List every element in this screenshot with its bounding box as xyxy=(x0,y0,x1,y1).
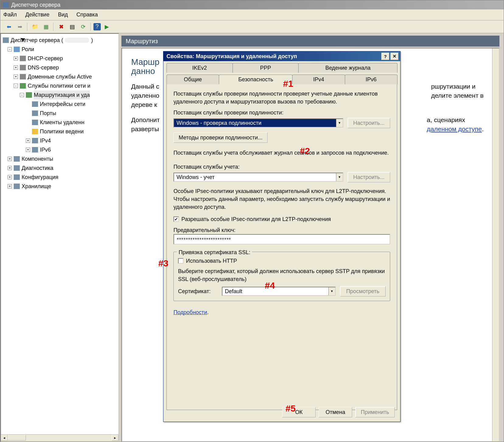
expand-toggle[interactable]: + xyxy=(8,184,12,188)
tree-item-label: Диагностика xyxy=(22,163,53,173)
view-cert-button[interactable]: Просмотреть xyxy=(340,286,386,296)
ipsec-policy-checkbox[interactable]: ✔ xyxy=(173,216,179,222)
tree-item[interactable]: +DHCP-сервер xyxy=(14,54,118,63)
tree-item-label: Интерфейсы сети xyxy=(40,100,85,109)
chevron-down-icon[interactable]: ▼ xyxy=(328,287,335,295)
tree-horizontal-scrollbar[interactable]: ◄ ► xyxy=(1,434,118,441)
auth-configure-button[interactable]: Настроить... xyxy=(348,118,390,128)
app-icon xyxy=(3,2,9,8)
tab-logging[interactable]: Ведение журнала xyxy=(298,63,397,73)
scroll-thumb[interactable] xyxy=(8,435,26,440)
preshared-key-input[interactable] xyxy=(173,234,390,244)
acct-provider-combo[interactable]: Windows - учет ▼ xyxy=(173,173,343,182)
ok-button[interactable]: ОК xyxy=(282,407,316,417)
comp-icon xyxy=(32,138,38,143)
tree-item[interactable]: -Маршрутизация и уда xyxy=(20,90,118,100)
tree-item[interactable]: -Службы политики сети и xyxy=(14,81,118,90)
psk-label: Предварительный ключ: xyxy=(173,226,390,234)
expand-toggle[interactable]: + xyxy=(8,157,12,161)
tree-item[interactable]: +Хранилище xyxy=(8,182,118,191)
tab-ppp[interactable]: PPP xyxy=(233,63,299,73)
tree-item[interactable]: -Роли xyxy=(8,45,118,54)
tree-item-label: Конфигурация xyxy=(22,173,58,182)
tree-item[interactable]: Порты xyxy=(26,109,118,118)
tree-item[interactable]: +IPv6 xyxy=(26,145,118,154)
scroll-right-arrow[interactable]: ► xyxy=(112,435,118,441)
expand-toggle[interactable]: - xyxy=(20,93,24,97)
chevron-down-icon[interactable]: ▼ xyxy=(336,173,343,181)
refresh-button[interactable]: ⟳ xyxy=(78,22,88,32)
tree-pane: Диспетчер сервера ( ) -Роли+DHCP-сервер+… xyxy=(0,33,119,442)
help-button[interactable]: ? xyxy=(381,53,389,60)
tree-item[interactable]: +Конфигурация xyxy=(8,173,118,182)
menu-view[interactable]: Вид xyxy=(58,12,68,18)
comp-icon xyxy=(32,147,38,153)
apply-button[interactable]: Применить xyxy=(355,407,395,417)
comp-icon xyxy=(32,120,38,125)
tab-ikev2[interactable]: IKEv2 xyxy=(166,63,233,73)
help-button[interactable]: ? xyxy=(93,23,101,30)
close-button[interactable]: ✕ xyxy=(390,53,398,60)
expand-toggle[interactable]: + xyxy=(26,139,30,143)
delete-button[interactable]: ✖ xyxy=(56,22,66,32)
expand-toggle[interactable]: + xyxy=(14,56,18,61)
expand-toggle[interactable]: - xyxy=(8,47,12,51)
tree-item-label: Клиенты удаленн xyxy=(40,118,85,127)
tree-item-label: Службы политики сети и xyxy=(28,81,90,90)
expand-toggle[interactable]: - xyxy=(14,84,18,88)
server-icon xyxy=(20,65,26,70)
scroll-left-arrow[interactable]: ◄ xyxy=(1,435,8,441)
tab-general[interactable]: Общие xyxy=(166,75,219,84)
run-button[interactable]: ▶ xyxy=(102,22,112,32)
tree-item[interactable]: Интерфейсы сети xyxy=(26,100,118,109)
auth-provider-value: Windows - проверка подлинности xyxy=(174,119,336,127)
comp-icon xyxy=(32,111,38,116)
cancel-button[interactable]: Отмена xyxy=(319,407,352,417)
properties-button[interactable]: ▤ xyxy=(67,22,77,32)
tab-security[interactable]: Безопасность xyxy=(219,75,292,84)
expand-toggle[interactable]: + xyxy=(14,75,18,79)
main-header: Маршрутиз xyxy=(121,36,499,47)
ipsec-description: Особые IPsec-политики указывают предвари… xyxy=(173,187,390,211)
expand-toggle[interactable]: + xyxy=(8,175,12,179)
tree-item[interactable]: +Диагностика xyxy=(8,163,118,173)
tab-ipv6[interactable]: IPv6 xyxy=(345,75,397,84)
tree-item[interactable]: +Доменные службы Active xyxy=(14,72,118,81)
up-button[interactable]: 📁 xyxy=(30,22,40,32)
show-hide-button[interactable]: ▦ xyxy=(41,22,51,32)
tree-item[interactable]: +Компоненты xyxy=(8,154,118,163)
certificate-combo[interactable]: Default ▼ xyxy=(222,287,336,296)
tree: Диспетчер сервера ( ) -Роли+DHCP-сервер+… xyxy=(1,34,118,193)
nav-back-button[interactable]: ⬅ xyxy=(4,22,14,32)
server-icon xyxy=(3,37,9,43)
tree-item[interactable]: Клиенты удаленн xyxy=(26,118,118,127)
tree-item-label: Маршрутизация и уда xyxy=(34,90,90,100)
folder-icon xyxy=(32,129,38,134)
expand-toggle[interactable]: + xyxy=(8,166,12,170)
chevron-down-icon[interactable]: ▼ xyxy=(336,119,343,127)
nav-forward-button[interactable]: ➡ xyxy=(15,22,25,32)
menu-help[interactable]: Справка xyxy=(76,12,98,18)
tree-item[interactable]: Политики ведени xyxy=(26,127,118,136)
details-link[interactable]: Подробности xyxy=(173,309,207,315)
toolbar-separator xyxy=(27,23,28,31)
expand-toggle[interactable]: + xyxy=(14,65,18,70)
remote-access-link[interactable]: даленном доступе xyxy=(427,125,482,132)
tab-body-security: Поставщик службы проверки подлинности пр… xyxy=(166,84,397,410)
acct-provider-value: Windows - учет xyxy=(174,173,336,181)
auth-methods-button[interactable]: Методы проверки подлинности... xyxy=(173,132,268,143)
use-http-checkbox[interactable] xyxy=(178,258,184,264)
menu-file[interactable]: Файл xyxy=(3,12,17,18)
expand-toggle[interactable]: + xyxy=(26,148,30,152)
acct-provider-description: Поставщик службы учета обслуживает журна… xyxy=(173,149,390,157)
tree-root[interactable]: Диспетчер сервера ( ) xyxy=(3,36,118,45)
auth-provider-combo[interactable]: Windows - проверка подлинности ▼ xyxy=(173,118,343,128)
main-vertical-scrollbar[interactable] xyxy=(492,48,499,441)
tree-item[interactable]: +IPv4 xyxy=(26,136,118,145)
acct-configure-button[interactable]: Настроить... xyxy=(348,172,390,182)
tree-item[interactable]: +DNS-сервер xyxy=(14,63,118,72)
tree-item-label: Порты xyxy=(40,109,56,118)
tab-ipv4[interactable]: IPv4 xyxy=(292,75,345,84)
menu-action[interactable]: Действие xyxy=(25,12,49,18)
tree-item-label: Доменные службы Active xyxy=(28,72,92,81)
